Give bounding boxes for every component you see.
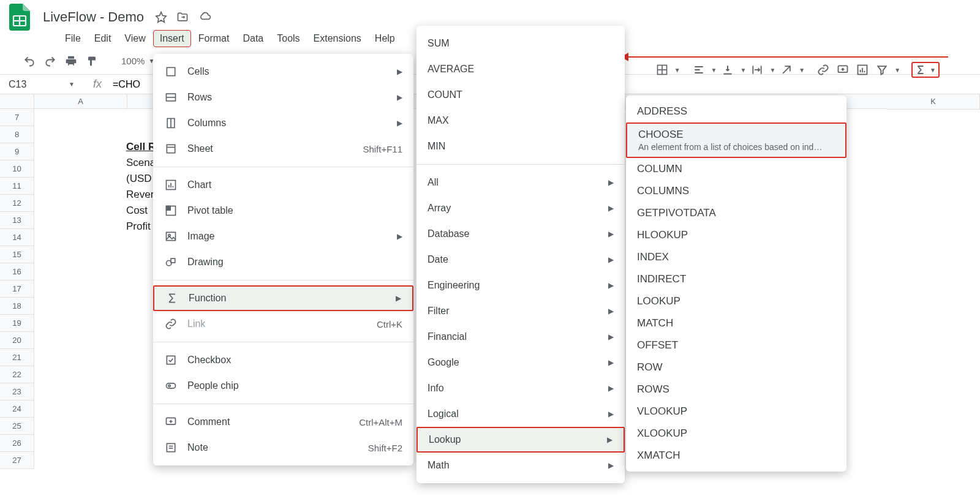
lookup-lookup[interactable]: LOOKUP — [626, 290, 846, 312]
row-header[interactable]: 19 — [0, 315, 34, 332]
fncat-google[interactable]: Google▶ — [417, 350, 625, 375]
row-header[interactable]: 21 — [0, 349, 34, 366]
lookup-indirect[interactable]: INDIRECT — [626, 268, 846, 290]
lookup-xmatch[interactable]: XMATCH — [626, 445, 846, 467]
row-header[interactable]: 9 — [0, 143, 34, 160]
insert-mi-note[interactable]: NoteShift+F2 — [153, 435, 413, 461]
fncat-financial[interactable]: Financial▶ — [417, 324, 625, 350]
paint-format-icon[interactable] — [83, 53, 100, 70]
lookup-choose[interactable]: CHOOSEAn element from a list of choices … — [626, 122, 846, 158]
fncat-math[interactable]: Math▶ — [417, 453, 625, 478]
insert-mi-columns[interactable]: Columns▶ — [153, 110, 413, 136]
filter-icon[interactable] — [873, 61, 891, 78]
print-icon[interactable] — [62, 53, 80, 70]
insert-mi-link[interactable]: LinkCtrl+K — [153, 311, 413, 337]
fncat-date[interactable]: Date▶ — [417, 247, 625, 273]
lookup-offset[interactable]: OFFSET — [626, 334, 846, 356]
row-header[interactable]: 26 — [0, 435, 34, 452]
lookup-address[interactable]: ADDRESS — [626, 100, 846, 122]
menu-tools[interactable]: Tools — [271, 31, 306, 47]
insert-mi-function[interactable]: Function▶ — [153, 285, 413, 311]
row-header[interactable]: 17 — [0, 280, 34, 298]
star-icon[interactable] — [155, 11, 167, 23]
col-header-a[interactable]: A — [34, 94, 127, 109]
fn-average[interactable]: AVERAGE — [417, 56, 625, 82]
col-header-k[interactable]: K — [887, 94, 980, 110]
insert-mi-checkbox[interactable]: Checkbox — [153, 347, 413, 373]
name-box[interactable]: C13 ▼ — [5, 79, 78, 90]
row-header[interactable]: 25 — [0, 418, 34, 435]
document-title[interactable]: LiveFlow - Demo — [39, 8, 148, 26]
lookup-rows[interactable]: ROWS — [626, 378, 846, 401]
fncat-engineering[interactable]: Engineering▶ — [417, 273, 625, 298]
fncat-database[interactable]: Database▶ — [417, 221, 625, 247]
insert-mi-rows[interactable]: Rows▶ — [153, 85, 413, 110]
lookup-xlookup[interactable]: XLOOKUP — [626, 423, 846, 445]
zoom-select[interactable]: 100%▼ — [118, 53, 158, 70]
fncat-array[interactable]: Array▶ — [417, 195, 625, 221]
insert-mi-pivot-table[interactable]: Pivot table — [153, 198, 413, 224]
insert-mi-cells[interactable]: Cells▶ — [153, 59, 413, 85]
comment-toolbar-icon[interactable] — [834, 61, 851, 78]
cloud-icon[interactable] — [198, 11, 213, 23]
halign-icon[interactable] — [690, 61, 707, 78]
lookup-getpivotdata[interactable]: GETPIVOTDATA — [626, 202, 846, 224]
row-header[interactable]: 12 — [0, 195, 34, 212]
undo-icon[interactable] — [21, 53, 38, 70]
insert-mi-drawing[interactable]: Drawing — [153, 249, 413, 275]
menu-extensions[interactable]: Extensions — [307, 31, 368, 47]
row-header[interactable]: 24 — [0, 401, 34, 418]
rotate-icon[interactable] — [778, 61, 795, 78]
row-header[interactable]: 16 — [0, 263, 34, 280]
fncat-logical[interactable]: Logical▶ — [417, 401, 625, 427]
insert-chart-icon[interactable] — [854, 61, 871, 78]
functions-toolbar-button[interactable]: ▼ — [911, 62, 940, 78]
insert-mi-sheet[interactable]: SheetShift+F11 — [153, 136, 413, 162]
fncat-info[interactable]: Info▶ — [417, 375, 625, 401]
fn-max[interactable]: MAX — [417, 108, 625, 134]
redo-icon[interactable] — [42, 53, 59, 70]
lookup-index[interactable]: INDEX — [626, 246, 846, 268]
menu-edit[interactable]: Edit — [88, 31, 118, 47]
menu-insert[interactable]: Insert — [153, 30, 191, 47]
fn-min[interactable]: MIN — [417, 134, 625, 159]
menu-data[interactable]: Data — [236, 31, 270, 47]
row-header[interactable]: 18 — [0, 298, 34, 315]
lookup-hlookup[interactable]: HLOOKUP — [626, 224, 846, 246]
row-header[interactable]: 11 — [0, 178, 34, 195]
insert-mi-chart[interactable]: Chart — [153, 172, 413, 198]
menu-format[interactable]: Format — [192, 31, 236, 47]
row-header[interactable]: 15 — [0, 246, 34, 263]
row-header[interactable]: 8 — [0, 126, 34, 143]
row-header[interactable]: 14 — [0, 229, 34, 246]
insert-mi-people-chip[interactable]: People chip — [153, 373, 413, 399]
row-header[interactable]: 10 — [0, 160, 34, 178]
fn-count[interactable]: COUNT — [417, 82, 625, 108]
wrap-icon[interactable] — [748, 61, 766, 78]
lookup-column[interactable]: COLUMN — [626, 158, 846, 180]
fn-sum[interactable]: SUM — [417, 31, 625, 56]
fncat-all[interactable]: All▶ — [417, 170, 625, 195]
insert-mi-image[interactable]: Image▶ — [153, 224, 413, 249]
border-icon[interactable] — [654, 61, 671, 78]
link-icon[interactable] — [815, 61, 832, 78]
lookup-columns[interactable]: COLUMNS — [626, 180, 846, 202]
lookup-match[interactable]: MATCH — [626, 312, 846, 334]
row-header[interactable]: 27 — [0, 452, 34, 469]
fncat-filter[interactable]: Filter▶ — [417, 298, 625, 324]
row-header[interactable]: 13 — [0, 212, 34, 229]
fncat-lookup[interactable]: Lookup▶ — [417, 427, 625, 453]
insert-mi-comment[interactable]: CommentCtrl+Alt+M — [153, 409, 413, 435]
row-header[interactable]: 20 — [0, 332, 34, 349]
move-icon[interactable] — [176, 11, 189, 23]
lookup-row[interactable]: ROW — [626, 356, 846, 378]
row-header[interactable]: 22 — [0, 366, 34, 383]
valign-icon[interactable] — [719, 61, 736, 78]
menu-file[interactable]: File — [59, 31, 87, 47]
chevron-right-icon: ▶ — [608, 384, 614, 393]
row-header[interactable]: 23 — [0, 383, 34, 401]
menu-help[interactable]: Help — [369, 31, 401, 47]
row-header[interactable]: 7 — [0, 109, 34, 126]
menu-view[interactable]: View — [118, 31, 151, 47]
lookup-vlookup[interactable]: VLOOKUP — [626, 401, 846, 423]
